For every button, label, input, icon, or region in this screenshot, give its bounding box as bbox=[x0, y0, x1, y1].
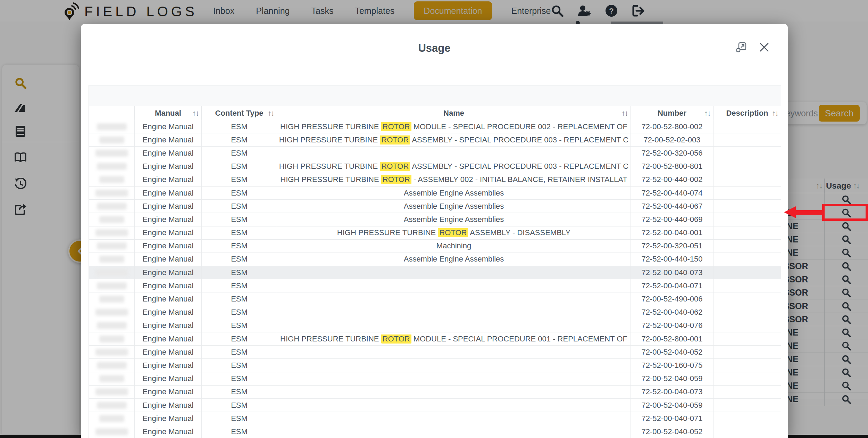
manual-cell: Engine Manual bbox=[135, 346, 202, 358]
manual-cell: Engine Manual bbox=[135, 253, 202, 266]
number-cell: 72-00-52-800-002 bbox=[631, 120, 713, 133]
manual-cell: Engine Manual bbox=[135, 213, 202, 226]
column-name[interactable]: Name ↑↓ bbox=[277, 106, 631, 120]
number-cell: 72-52-00-040-073 bbox=[631, 386, 713, 398]
content-type-cell: ESM bbox=[202, 292, 277, 305]
content-type-cell: ESM bbox=[202, 412, 277, 425]
table-row[interactable]: Engine Manual ESM HIGH PRESSURE TURBINE … bbox=[89, 173, 781, 187]
table-row[interactable]: Engine Manual ESM 72-52-00-040-073 bbox=[89, 386, 781, 399]
table-row[interactable]: Engine Manual ESM 72-00-52-490-006 bbox=[89, 292, 781, 306]
manual-cell: Engine Manual bbox=[135, 187, 202, 199]
close-icon[interactable] bbox=[758, 41, 770, 53]
redacted-cell bbox=[89, 213, 135, 226]
sort-icon[interactable]: ↑↓ bbox=[268, 109, 274, 118]
description-cell bbox=[713, 226, 781, 239]
column-manual[interactable]: Manual ↑↓ bbox=[135, 106, 202, 120]
redacted-cell bbox=[89, 346, 135, 358]
table-row[interactable]: Engine Manual ESM 72-52-00-040-071 bbox=[89, 412, 781, 425]
sort-icon[interactable]: ↑↓ bbox=[772, 109, 778, 118]
number-cell: 72-00-52-490-006 bbox=[631, 292, 713, 305]
table-row[interactable]: Engine Manual ESM HIGH PRESSURE TURBINE … bbox=[89, 160, 781, 173]
column-content-type[interactable]: Content Type ↑↓ bbox=[202, 106, 277, 120]
table-row[interactable]: Engine Manual ESM 72-00-52-040-052 bbox=[89, 425, 781, 438]
description-cell bbox=[713, 279, 781, 292]
name-cell bbox=[277, 399, 631, 412]
content-type-cell: ESM bbox=[202, 120, 277, 133]
name-cell bbox=[277, 147, 631, 159]
table-row[interactable]: Engine Manual ESM HIGH PRESSURE TURBINE … bbox=[89, 120, 781, 133]
sort-icon[interactable]: ↑↓ bbox=[704, 109, 710, 118]
content-type-cell: ESM bbox=[202, 279, 277, 292]
expand-icon[interactable] bbox=[735, 41, 747, 53]
content-type-cell: ESM bbox=[202, 332, 277, 345]
number-cell: 72-52-00-040-062 bbox=[631, 306, 713, 319]
description-cell bbox=[713, 213, 781, 226]
table-row[interactable]: Engine Manual ESM Assemble Engine Assemb… bbox=[89, 200, 781, 213]
table-row[interactable]: Engine Manual ESM Machining 72-52-00-320… bbox=[89, 240, 781, 253]
table-row[interactable]: Engine Manual ESM 72-52-00-040-073 bbox=[89, 266, 781, 279]
redacted-cell bbox=[89, 147, 135, 159]
manual-cell: Engine Manual bbox=[135, 306, 202, 319]
description-cell bbox=[713, 240, 781, 253]
number-cell: 72-00-52-040-059 bbox=[631, 399, 713, 412]
manual-cell: Engine Manual bbox=[135, 399, 202, 412]
name-cell: HIGH PRESSURE TURBINE ROTOR ASSEMBLY - D… bbox=[277, 226, 631, 239]
name-cell: Machining bbox=[277, 240, 631, 253]
name-cell bbox=[277, 319, 631, 332]
table-row[interactable]: Engine Manual ESM 72-52-00-040-062 bbox=[89, 306, 781, 319]
manual-cell: Engine Manual bbox=[135, 173, 202, 186]
content-type-cell: ESM bbox=[202, 200, 277, 213]
number-cell: 72-52-00-160-075 bbox=[631, 359, 713, 372]
table-row[interactable]: Engine Manual ESM HIGH PRESSURE TURBINE … bbox=[89, 332, 781, 346]
number-cell: 72-00-52-800-001 bbox=[631, 332, 713, 345]
name-cell bbox=[277, 346, 631, 358]
redacted-cell bbox=[89, 386, 135, 398]
manual-cell: Engine Manual bbox=[135, 226, 202, 239]
name-cell bbox=[277, 359, 631, 372]
redacted-cell bbox=[89, 399, 135, 412]
table-row[interactable]: Engine Manual ESM 72-00-52-040-059 bbox=[89, 372, 781, 386]
column-description[interactable]: Description ↑↓ bbox=[713, 106, 781, 120]
redacted-cell bbox=[89, 226, 135, 239]
manual-cell: Engine Manual bbox=[135, 412, 202, 425]
sort-icon[interactable]: ↑↓ bbox=[621, 109, 628, 118]
redacted-cell bbox=[89, 306, 135, 319]
name-cell bbox=[277, 266, 631, 279]
table-toolbar bbox=[89, 85, 781, 106]
table-row[interactable]: Engine Manual ESM 72-52-00-160-075 bbox=[89, 359, 781, 372]
table-row[interactable]: Engine Manual ESM 72-52-00-040-076 bbox=[89, 319, 781, 332]
sort-icon[interactable]: ↑↓ bbox=[192, 109, 199, 118]
description-cell bbox=[713, 292, 781, 305]
table-row[interactable]: Engine Manual ESM 72-00-52-040-052 bbox=[89, 346, 781, 359]
number-cell: 72-00-52-040-052 bbox=[631, 346, 713, 358]
table-row[interactable]: Engine Manual ESM Assemble Engine Assemb… bbox=[89, 187, 781, 200]
name-cell: HIGH PRESSURE TURBINE ROTOR ASSEMBLY - S… bbox=[277, 160, 631, 173]
table-row[interactable]: Engine Manual ESM HIGH PRESSURE TURBINE … bbox=[89, 133, 781, 147]
number-cell: 72-00-52-800-801 bbox=[631, 160, 713, 173]
redacted-cell bbox=[89, 240, 135, 253]
manual-cell: Engine Manual bbox=[135, 240, 202, 253]
table-row[interactable]: Engine Manual ESM 72-52-00-320-056 bbox=[89, 147, 781, 160]
table-row[interactable]: Engine Manual ESM Assemble Engine Assemb… bbox=[89, 213, 781, 226]
redacted-cell bbox=[89, 412, 135, 425]
table-row[interactable]: Engine Manual ESM HIGH PRESSURE TURBINE … bbox=[89, 226, 781, 240]
manual-cell: Engine Manual bbox=[135, 133, 202, 146]
table-row[interactable]: Engine Manual ESM 72-52-00-040-071 bbox=[89, 279, 781, 292]
content-type-cell: ESM bbox=[202, 133, 277, 146]
redacted-cell bbox=[89, 359, 135, 372]
content-type-cell: ESM bbox=[202, 253, 277, 266]
redacted-cell bbox=[89, 200, 135, 213]
manual-cell: Engine Manual bbox=[135, 319, 202, 332]
content-type-cell: ESM bbox=[202, 173, 277, 186]
description-cell bbox=[713, 187, 781, 199]
content-type-cell: ESM bbox=[202, 372, 277, 385]
manual-cell: Engine Manual bbox=[135, 266, 202, 279]
table-row[interactable]: Engine Manual ESM 72-00-52-040-059 bbox=[89, 399, 781, 412]
description-cell bbox=[713, 147, 781, 159]
table-row[interactable]: Engine Manual ESM Assemble Engine Assemb… bbox=[89, 253, 781, 266]
column-number[interactable]: Number ↑↓ bbox=[631, 106, 713, 120]
usage-table: Manual ↑↓ Content Type ↑↓ Name ↑↓ Number… bbox=[89, 85, 781, 438]
content-type-cell: ESM bbox=[202, 346, 277, 358]
number-cell: 72-00-52-040-059 bbox=[631, 372, 713, 385]
description-cell bbox=[713, 359, 781, 372]
